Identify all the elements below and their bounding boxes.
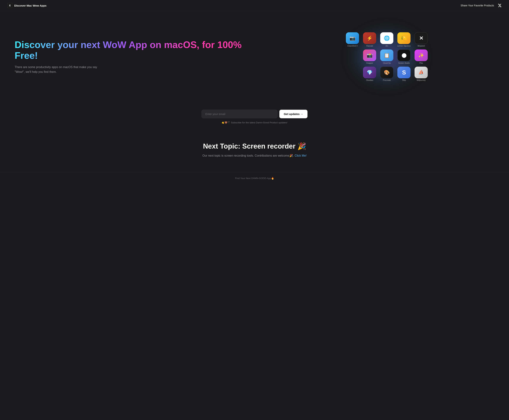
app-name-label: Screen Studio — [398, 62, 410, 64]
app-icon[interactable]: ⚡ — [363, 32, 376, 44]
app-icon[interactable]: 🍋 — [397, 32, 410, 44]
app-icon[interactable]: ⛵ — [415, 67, 428, 78]
app-item: 📸Xnapper — [362, 49, 377, 64]
app-name-label: Xnapper — [366, 62, 373, 64]
share-products-link[interactable]: Share Your Favorite Products — [461, 4, 494, 7]
app-name-label: Obsidian — [366, 79, 373, 81]
app-item: 🌐Arc — [379, 32, 394, 47]
twitter-icon[interactable] — [498, 3, 502, 8]
footer-text: Find Your Next DAMN-GOOD App🔥 — [235, 177, 274, 180]
app-icon[interactable]: S — [397, 67, 410, 78]
hero-left: Discover your next WoW App on macOS, for… — [15, 39, 266, 74]
app-icon[interactable]: ⬤ — [397, 49, 410, 61]
svg-text:X: X — [9, 4, 11, 7]
app-item: ✨Pika — [414, 49, 428, 64]
app-name-label: Pika — [419, 62, 423, 64]
app-item: 💎Obsidian — [362, 67, 377, 81]
nav-right: Share Your Favorite Products — [461, 3, 502, 8]
app-icon[interactable]: ✨ — [415, 49, 428, 61]
site-logo: X — [7, 3, 12, 8]
hero-right: 📷CleanShot X⚡Raycast🌐Arc🍋Lemon Squeezy✕M… — [276, 32, 498, 81]
next-topic-section: Next Topic: Screen recorder 🎉 Our next t… — [0, 131, 509, 172]
email-section: Get updates → 🤙🤎📱 Subscribe for the late… — [0, 99, 509, 131]
app-name-label: CleanClip — [383, 62, 391, 64]
app-name-label: Ship — [402, 79, 406, 81]
app-icon[interactable]: 💎 — [363, 67, 376, 78]
app-name-label: Procreate — [383, 79, 391, 81]
get-updates-button[interactable]: Get updates → — [279, 110, 308, 118]
subscribe-note: 🤙🤎📱 Subscribe for the latest Damn-Good P… — [222, 121, 288, 124]
email-input[interactable] — [201, 110, 278, 118]
hero-section: Discover your next WoW App on macOS, for… — [0, 11, 509, 99]
app-icon[interactable]: 📷 — [346, 32, 359, 44]
app-item: 🍋Lemon Squeezy — [397, 32, 411, 47]
app-icon[interactable]: 📋 — [380, 49, 393, 61]
app-item: 📷CleanShot X — [345, 32, 360, 47]
app-icon[interactable]: 📸 — [363, 49, 376, 61]
app-item: 🎨Procreate — [379, 67, 394, 81]
app-name-label: Raycast — [366, 45, 373, 47]
app-item: ⚡Raycast — [362, 32, 377, 47]
app-name-label: Mixpanel — [417, 45, 425, 47]
app-item: ⬤Screen Studio — [397, 49, 411, 64]
app-name-label: Lemon Squeezy — [397, 45, 410, 47]
app-icon[interactable]: 🎨 — [380, 67, 393, 78]
hero-title: Discover your next WoW App on macOS, for… — [15, 39, 266, 61]
hero-subtitle: There are some productivity apps on macO… — [15, 65, 102, 74]
app-grid: 📷CleanShot X⚡Raycast🌐Arc🍋Lemon Squeezy✕M… — [345, 32, 428, 81]
next-topic-link[interactable]: Click Me! — [294, 154, 307, 157]
next-topic-title: Next Topic: Screen recorder 🎉 — [203, 142, 306, 150]
app-item: ✕Mixpanel — [414, 32, 428, 47]
app-name-label: Arc — [386, 45, 388, 47]
app-name-label: Midjourney — [417, 79, 426, 81]
app-item: 📋CleanClip — [379, 49, 394, 64]
app-name-label: CleanShot X — [347, 45, 358, 47]
navbar: X Discover Mac Wow Apps Share Your Favor… — [0, 0, 509, 11]
app-item: SShip — [397, 67, 411, 81]
site-title: Discover Mac Wow Apps — [14, 4, 46, 7]
footer: Find Your Next DAMN-GOOD App🔥 — [0, 172, 509, 184]
app-icon[interactable]: 🌐 — [380, 32, 393, 44]
app-icon[interactable]: ✕ — [415, 32, 428, 44]
nav-left: X Discover Mac Wow Apps — [7, 3, 46, 8]
next-topic-description: Our next topic is screen recording tools… — [202, 154, 307, 157]
app-item: ⛵Midjourney — [414, 67, 428, 81]
email-form: Get updates → — [201, 110, 308, 118]
